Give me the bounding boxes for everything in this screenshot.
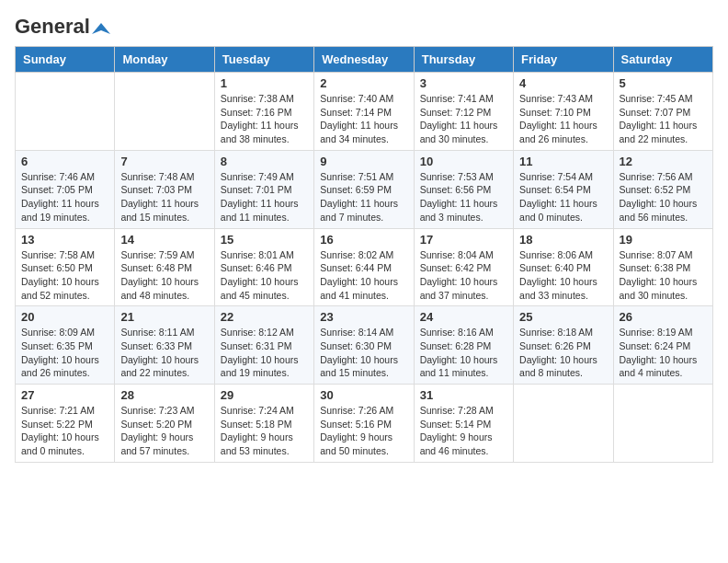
daylight-text: Daylight: 10 hours and 48 minutes. xyxy=(120,276,199,301)
sunset-text: Sunset: 6:56 PM xyxy=(420,184,492,195)
sunrise-text: Sunrise: 7:40 AM xyxy=(320,93,393,104)
sunrise-text: Sunrise: 7:56 AM xyxy=(620,171,693,182)
sunrise-text: Sunrise: 7:26 AM xyxy=(320,405,393,416)
cell-content: Sunrise: 7:26 AMSunset: 5:16 PMDaylight:… xyxy=(320,404,407,458)
day-number: 4 xyxy=(519,76,607,90)
day-number: 12 xyxy=(620,155,707,168)
sunset-text: Sunset: 6:26 PM xyxy=(519,340,591,351)
calendar-cell: 10Sunrise: 7:53 AMSunset: 6:56 PMDayligh… xyxy=(414,150,513,228)
day-number: 2 xyxy=(320,76,407,90)
daylight-text: Daylight: 9 hours and 50 minutes. xyxy=(320,431,392,456)
calendar-cell: 24Sunrise: 8:16 AMSunset: 6:28 PMDayligh… xyxy=(414,306,513,385)
calendar-cell: 13Sunrise: 7:58 AMSunset: 6:50 PMDayligh… xyxy=(16,228,115,306)
sunrise-text: Sunrise: 8:11 AM xyxy=(120,327,194,338)
calendar-cell: 6Sunrise: 7:46 AMSunset: 7:05 PMDaylight… xyxy=(16,150,115,228)
sunset-text: Sunset: 5:14 PM xyxy=(420,419,492,430)
day-number: 14 xyxy=(120,233,208,247)
calendar-week-row: 20Sunrise: 8:09 AMSunset: 6:35 PMDayligh… xyxy=(16,306,713,385)
daylight-text: Daylight: 10 hours and 15 minutes. xyxy=(320,354,398,379)
calendar-cell: 4Sunrise: 7:43 AMSunset: 7:10 PMDaylight… xyxy=(514,73,613,151)
sunrise-text: Sunrise: 7:21 AM xyxy=(21,405,95,416)
sunset-text: Sunset: 6:33 PM xyxy=(120,340,192,351)
day-number: 9 xyxy=(320,155,407,168)
calendar-cell: 30Sunrise: 7:26 AMSunset: 5:16 PMDayligh… xyxy=(314,385,414,463)
cell-content: Sunrise: 8:19 AMSunset: 6:24 PMDaylight:… xyxy=(620,326,707,380)
sunrise-text: Sunrise: 7:58 AM xyxy=(21,249,95,260)
sunset-text: Sunset: 6:24 PM xyxy=(620,340,691,351)
day-number: 22 xyxy=(221,310,308,324)
calendar-cell: 25Sunrise: 8:18 AMSunset: 6:26 PMDayligh… xyxy=(514,306,613,385)
daylight-text: Daylight: 10 hours and 52 minutes. xyxy=(21,276,99,301)
sunrise-text: Sunrise: 7:59 AM xyxy=(120,249,194,260)
sunset-text: Sunset: 6:59 PM xyxy=(320,184,392,195)
calendar-cell: 31Sunrise: 7:28 AMSunset: 5:14 PMDayligh… xyxy=(414,385,513,463)
sunset-text: Sunset: 5:16 PM xyxy=(320,419,392,430)
daylight-text: Daylight: 10 hours and 11 minutes. xyxy=(420,354,498,379)
calendar-cell: 2Sunrise: 7:40 AMSunset: 7:14 PMDaylight… xyxy=(314,73,414,151)
day-number: 23 xyxy=(320,310,407,324)
day-of-week-header: Thursday xyxy=(414,47,513,73)
day-of-week-header: Saturday xyxy=(613,47,712,73)
day-number: 17 xyxy=(420,233,507,247)
day-of-week-header: Wednesday xyxy=(314,47,414,73)
day-number: 15 xyxy=(221,233,308,247)
daylight-text: Daylight: 10 hours and 8 minutes. xyxy=(519,354,597,379)
sunset-text: Sunset: 5:22 PM xyxy=(21,419,93,430)
cell-content: Sunrise: 7:43 AMSunset: 7:10 PMDaylight:… xyxy=(519,92,607,146)
cell-content: Sunrise: 8:06 AMSunset: 6:40 PMDaylight:… xyxy=(519,248,607,303)
cell-content: Sunrise: 7:54 AMSunset: 6:54 PMDaylight:… xyxy=(519,170,607,224)
sunrise-text: Sunrise: 8:04 AM xyxy=(420,249,494,260)
calendar-cell xyxy=(613,385,712,463)
daylight-text: Daylight: 11 hours and 30 minutes. xyxy=(420,120,498,144)
cell-content: Sunrise: 7:24 AMSunset: 5:18 PMDaylight:… xyxy=(221,404,308,458)
calendar-cell: 17Sunrise: 8:04 AMSunset: 6:42 PMDayligh… xyxy=(414,228,513,306)
daylight-text: Daylight: 10 hours and 41 minutes. xyxy=(320,276,398,301)
calendar-cell: 22Sunrise: 8:12 AMSunset: 6:31 PMDayligh… xyxy=(214,306,313,385)
cell-content: Sunrise: 8:14 AMSunset: 6:30 PMDaylight:… xyxy=(320,326,407,380)
day-number: 18 xyxy=(519,233,607,247)
cell-content: Sunrise: 8:18 AMSunset: 6:26 PMDaylight:… xyxy=(519,326,607,380)
sunset-text: Sunset: 6:42 PM xyxy=(420,262,492,273)
day-number: 30 xyxy=(320,388,407,402)
daylight-text: Daylight: 11 hours and 26 minutes. xyxy=(519,120,597,144)
sunrise-text: Sunrise: 7:53 AM xyxy=(420,171,494,182)
day-of-week-header: Sunday xyxy=(16,47,115,73)
sunrise-text: Sunrise: 7:48 AM xyxy=(120,171,194,182)
calendar-week-row: 1Sunrise: 7:38 AMSunset: 7:16 PMDaylight… xyxy=(16,73,713,151)
sunset-text: Sunset: 7:14 PM xyxy=(320,107,392,118)
calendar-cell: 14Sunrise: 7:59 AMSunset: 6:48 PMDayligh… xyxy=(115,228,214,306)
sunset-text: Sunset: 7:03 PM xyxy=(120,184,192,195)
sunrise-text: Sunrise: 7:43 AM xyxy=(519,93,593,104)
day-number: 8 xyxy=(221,155,308,168)
cell-content: Sunrise: 8:07 AMSunset: 6:38 PMDaylight:… xyxy=(620,248,707,303)
daylight-text: Daylight: 10 hours and 45 minutes. xyxy=(221,276,299,301)
day-number: 25 xyxy=(519,310,607,324)
day-number: 31 xyxy=(420,388,507,402)
calendar-cell: 21Sunrise: 8:11 AMSunset: 6:33 PMDayligh… xyxy=(115,306,214,385)
cell-content: Sunrise: 7:45 AMSunset: 7:07 PMDaylight:… xyxy=(620,92,707,146)
sunset-text: Sunset: 7:16 PM xyxy=(221,107,292,118)
cell-content: Sunrise: 7:49 AMSunset: 7:01 PMDaylight:… xyxy=(221,170,308,224)
calendar-cell: 7Sunrise: 7:48 AMSunset: 7:03 PMDaylight… xyxy=(115,150,214,228)
daylight-text: Daylight: 11 hours and 34 minutes. xyxy=(320,120,398,144)
sunrise-text: Sunrise: 8:09 AM xyxy=(21,327,95,338)
calendar-week-row: 6Sunrise: 7:46 AMSunset: 7:05 PMDaylight… xyxy=(16,150,713,228)
cell-content: Sunrise: 7:41 AMSunset: 7:12 PMDaylight:… xyxy=(420,92,507,146)
sunrise-text: Sunrise: 7:45 AM xyxy=(620,93,693,104)
cell-content: Sunrise: 8:16 AMSunset: 6:28 PMDaylight:… xyxy=(420,326,507,380)
sunrise-text: Sunrise: 7:41 AM xyxy=(420,93,494,104)
sunrise-text: Sunrise: 8:02 AM xyxy=(320,249,393,260)
daylight-text: Daylight: 10 hours and 4 minutes. xyxy=(620,354,698,379)
day-number: 16 xyxy=(320,233,407,247)
sunrise-text: Sunrise: 7:38 AM xyxy=(221,93,294,104)
sunset-text: Sunset: 6:40 PM xyxy=(519,262,591,273)
daylight-text: Daylight: 10 hours and 19 minutes. xyxy=(221,354,299,379)
day-number: 1 xyxy=(221,76,308,90)
sunrise-text: Sunrise: 8:06 AM xyxy=(519,249,593,260)
sunset-text: Sunset: 5:20 PM xyxy=(120,419,192,430)
sunset-text: Sunset: 7:05 PM xyxy=(21,184,93,195)
day-number: 24 xyxy=(420,310,507,324)
calendar-cell: 15Sunrise: 8:01 AMSunset: 6:46 PMDayligh… xyxy=(214,228,313,306)
calendar-cell: 5Sunrise: 7:45 AMSunset: 7:07 PMDaylight… xyxy=(613,73,712,151)
daylight-text: Daylight: 11 hours and 38 minutes. xyxy=(221,120,299,144)
